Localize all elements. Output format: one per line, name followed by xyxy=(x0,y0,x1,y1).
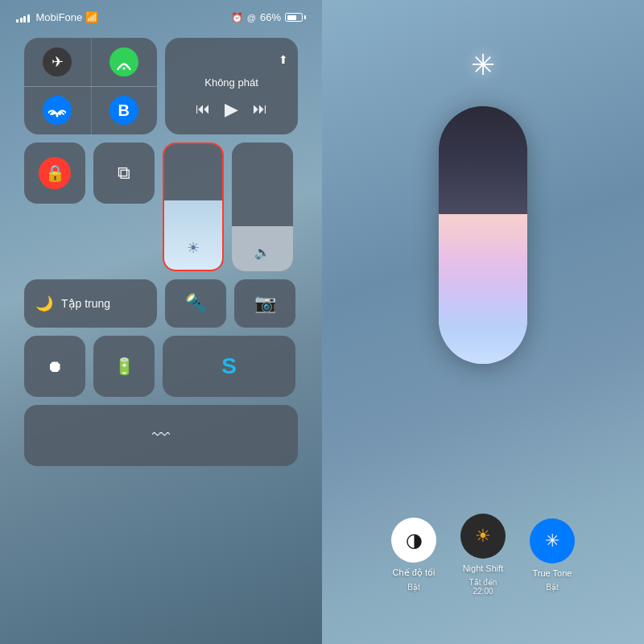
flashlight-icon: 🔦 xyxy=(185,293,207,314)
record-icon: ⏺ xyxy=(47,357,63,376)
battery-percent-text: 66% xyxy=(260,11,281,23)
focus-button[interactable]: 🌙 Tập trung xyxy=(24,279,157,328)
signal-bars xyxy=(16,13,30,23)
volume-slider[interactable]: 🔉 xyxy=(232,142,293,271)
cellular-button[interactable] xyxy=(91,38,158,86)
wifi-button-icon xyxy=(43,96,72,125)
true-tone-icon-circle: ✳ xyxy=(530,518,575,564)
focus-label: Tập trung xyxy=(61,297,110,310)
airplay-icon[interactable]: ⬆ xyxy=(279,53,288,66)
airplane-icon: ✈ xyxy=(43,47,72,76)
night-shift-sublabel: Tắt đến 22:00 xyxy=(460,578,506,596)
shazam-icon: S xyxy=(221,353,237,379)
sun-icon: ✳ xyxy=(471,48,495,82)
night-shift-option[interactable]: ☀ Night Shift Tắt đến 22:00 xyxy=(460,514,506,596)
status-right: ⏰ @ 66% xyxy=(231,11,306,23)
true-tone-option[interactable]: ✳ True Tone Bật xyxy=(530,518,575,592)
carrier-name: MobiFone xyxy=(36,11,83,23)
night-shift-icon-circle: ☀ xyxy=(460,514,506,559)
bottom-row2: 〰 xyxy=(24,405,298,466)
media-title: Không phát xyxy=(204,76,258,89)
bluetooth-icon: B xyxy=(109,96,138,125)
focus-row: 🌙 Tập trung 🔦 📷 xyxy=(24,279,298,328)
rewind-button[interactable]: ⏮ xyxy=(196,101,210,118)
media-controls: ⏮ ▶ ⏭ xyxy=(196,99,267,120)
brightness-pill[interactable] xyxy=(439,106,527,364)
dark-mode-icon-circle: ◑ xyxy=(391,518,436,563)
lock-rotation-icon: 🔒 xyxy=(39,157,71,189)
svg-point-0 xyxy=(122,68,125,70)
dark-mode-label: Chế độ tối xyxy=(393,568,436,578)
true-tone-sublabel: Bật xyxy=(546,583,558,592)
battery-widget-icon: 🔋 xyxy=(114,357,134,376)
bluetooth-button[interactable]: B xyxy=(91,86,158,134)
left-panel: MobiFone 📶 ⏰ @ 66% ✈ xyxy=(0,0,322,644)
dark-mode-option[interactable]: ◑ Chế độ tối Bật xyxy=(391,518,436,592)
volume-icon: 🔉 xyxy=(254,245,270,260)
camera-button[interactable]: 📷 xyxy=(234,279,295,328)
battery-icon xyxy=(285,13,306,22)
play-button[interactable]: ▶ xyxy=(225,99,238,120)
media-block: ⬆ Không phát ⏮ ▶ ⏭ xyxy=(165,38,298,134)
night-shift-icon: ☀ xyxy=(475,526,491,547)
row1: ✈ xyxy=(24,38,298,134)
brightness-fill xyxy=(164,200,222,270)
screen-mirror-button[interactable]: ⧉ xyxy=(93,142,155,204)
shazam-button[interactable]: S xyxy=(163,336,295,397)
right-panel: ✳ ◑ Chế độ tối Bật ☀ Night Shift Tắt đến… xyxy=(322,0,644,644)
cellular-icon xyxy=(109,47,138,76)
wifi-button[interactable] xyxy=(24,86,91,134)
camera-icon: 📷 xyxy=(254,293,276,314)
brightness-slider[interactable]: ☀ xyxy=(163,142,224,271)
alarm-icon: ⏰ xyxy=(231,12,243,23)
svg-point-1 xyxy=(56,115,59,118)
pill-dark-section xyxy=(439,106,527,214)
voice-wave-icon: 〰 xyxy=(152,425,170,446)
control-grid: ✈ xyxy=(24,38,298,466)
brightness-icon: ☀ xyxy=(187,239,200,257)
true-tone-icon: ✳ xyxy=(545,530,559,551)
fast-forward-button[interactable]: ⏭ xyxy=(253,101,267,118)
battery-widget-button[interactable]: 🔋 xyxy=(93,336,155,397)
moon-icon: 🌙 xyxy=(35,295,53,312)
true-tone-label: True Tone xyxy=(533,568,572,578)
wifi-icon: 📶 xyxy=(85,11,98,23)
dark-mode-sublabel: Bật xyxy=(407,583,419,592)
status-bar: MobiFone 📶 ⏰ @ 66% xyxy=(0,0,322,30)
rotation-lock-button[interactable]: 🔒 xyxy=(24,142,85,204)
row2: 🔒 ⧉ ☀ 🔉 xyxy=(24,142,298,271)
night-shift-label: Night Shift xyxy=(463,564,504,573)
bottom-row: ⏺ 🔋 S xyxy=(24,336,298,397)
voice-memos-button[interactable]: 〰 xyxy=(24,405,298,466)
pill-light-section xyxy=(439,214,527,364)
status-left: MobiFone 📶 xyxy=(16,11,98,23)
dark-mode-icon: ◑ xyxy=(406,529,423,551)
flashlight-button[interactable]: 🔦 xyxy=(165,279,226,328)
airplane-mode-button[interactable]: ✈ xyxy=(24,38,91,86)
bottom-options: ◑ Chế độ tối Bật ☀ Night Shift Tắt đến 2… xyxy=(391,514,575,596)
screen-mirror-icon: ⧉ xyxy=(118,163,130,184)
record-button[interactable]: ⏺ xyxy=(24,336,85,397)
connectivity-block: ✈ xyxy=(24,38,157,134)
location-icon: @ xyxy=(247,13,256,23)
